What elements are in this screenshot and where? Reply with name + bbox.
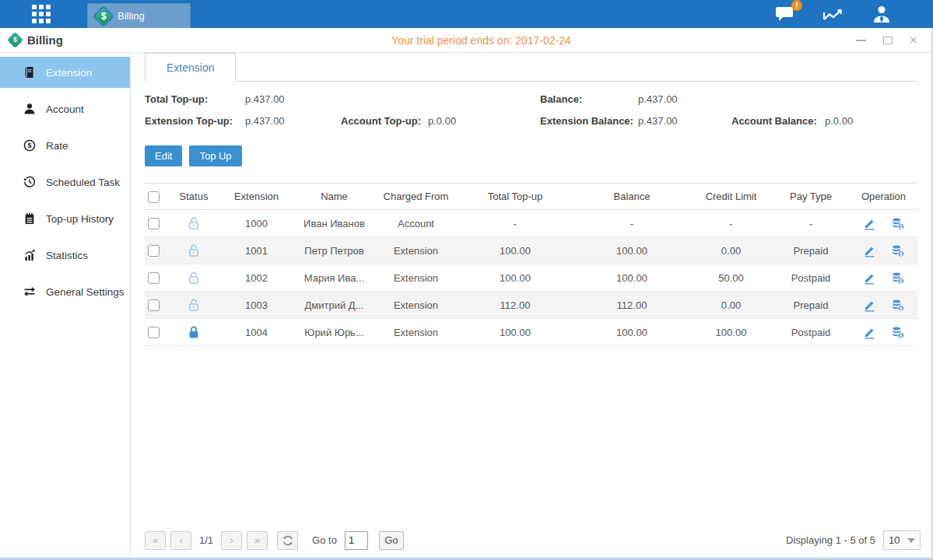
row-edit-icon[interactable] [861,215,879,231]
first-page-button[interactable] [145,531,166,550]
svg-text:$: $ [900,250,903,257]
cell-name: Дмитрий Д... [293,292,375,319]
person-icon [23,103,36,115]
column-header-extension: Extension [219,184,293,210]
app-launcher-grid-icon[interactable] [30,2,53,26]
extension-balance-value: p.437.00 [638,115,731,127]
taskbar-tab-label: Billing [118,10,145,22]
cell-charged-from: Extension [375,264,457,292]
account-topup-value: p.0.00 [428,115,540,127]
extension-balance-label: Extension Balance: [540,115,638,127]
row-edit-icon[interactable] [861,270,879,285]
edit-button[interactable]: Edit [145,145,182,166]
page-size-select[interactable]: 10 [883,530,921,550]
resource-monitor-icon[interactable] [821,4,846,24]
window-header: $ Billing Your trial period ends on: 201… [0,28,931,53]
account-balance-value: p.0.00 [825,115,917,127]
column-header-status: Status [168,184,219,210]
cell-total-topup: 100.00 [457,237,573,264]
sidebar-item-rate[interactable]: $ Rate [0,130,130,161]
notification-badge: ! [791,0,802,11]
window-body: Extension Account $ Rate Scheduled Task … [0,53,931,558]
sidebar-item-statistics[interactable]: Statistics [0,240,130,271]
sidebar-item-label: Statistics [46,250,88,261]
window-title: $ Billing [0,33,117,47]
row-checkbox[interactable] [148,272,160,284]
svg-text:$: $ [900,278,903,284]
total-topup-value: p.437.00 [245,93,341,105]
ledger-icon [23,66,36,79]
cell-credit-limit: - [690,210,772,237]
row-topup-icon[interactable]: $ [889,324,907,340]
refresh-button[interactable] [277,531,298,550]
cell-name: Иван Иванов [293,210,375,237]
svg-text:$: $ [900,305,903,311]
cell-charged-from: Account [375,210,457,237]
cell-credit-limit: 0.00 [690,292,772,319]
row-topup-icon[interactable]: $ [889,215,907,231]
last-page-button[interactable]: » [247,531,268,550]
window-title-text: Billing [27,33,63,47]
cell-pay-type: Postpaid [772,264,850,292]
sidebar-item-general-settings[interactable]: General Settings [0,276,130,307]
row-edit-icon[interactable] [861,297,879,313]
window-controls: × [846,35,931,46]
page-indicator: 1/1 [199,534,213,546]
cell-name: Петр Петров [293,237,375,264]
column-header-credit-limit: Credit Limit [690,184,772,210]
goto-page-input[interactable] [345,531,368,550]
sidebar-item-label: Scheduled Task [46,177,120,188]
account-topup-label: Account Top-up: [341,115,428,127]
table-header-row: Status Extension Name Charged From Total… [145,184,917,210]
prev-page-button[interactable] [170,531,191,550]
maximize-button[interactable] [883,35,893,46]
row-checkbox[interactable] [148,218,160,229]
sidebar-item-topup-history[interactable]: Top-up History [0,203,130,234]
table-row: 1000Иван ИвановAccount----$ [145,210,917,237]
row-topup-icon[interactable]: $ [889,270,907,285]
svg-text:$: $ [900,223,903,229]
close-button[interactable]: × [910,35,917,46]
row-topup-icon[interactable]: $ [889,243,907,258]
taskbar-tab-billing[interactable]: $ Billing [87,3,191,28]
refresh-icon [282,535,293,546]
billing-diamond-icon-small: $ [7,32,23,48]
svg-text:$: $ [27,142,31,149]
topbar-right: ! [773,4,933,24]
extension-topup-value: p.437.00 [245,115,341,127]
row-edit-icon[interactable] [861,324,879,340]
topup-button[interactable]: Top Up [189,145,241,166]
sidebar-item-account[interactable]: Account [0,93,130,124]
sidebar-item-scheduled-task[interactable]: Scheduled Task [0,166,130,198]
table-row: 1001Петр ПетровExtension100.00100.000.00… [145,237,917,264]
row-checkbox[interactable] [148,327,160,338]
user-account-icon[interactable] [869,4,894,24]
next-page-button[interactable]: › [221,531,242,550]
row-checkbox[interactable] [148,245,160,257]
cell-total-topup: 100.00 [457,319,573,346]
row-checkbox[interactable] [148,299,160,311]
cell-balance: 100.00 [573,319,690,346]
select-all-checkbox[interactable] [148,191,160,203]
balance-value: p.437.00 [638,93,731,105]
tab-extension[interactable]: Extension [145,53,236,82]
cell-credit-limit: 100.00 [690,319,772,346]
cell-total-topup: 112.00 [457,292,573,319]
column-header-total-topup: Total Top-up [457,184,573,210]
cell-extension: 1004 [219,319,293,346]
messages-icon[interactable]: ! [773,4,798,24]
sidebar-item-extension[interactable]: Extension [0,57,130,88]
cell-total-topup: 100.00 [457,264,573,292]
cell-pay-type: Prepaid [772,292,850,319]
table-row: 1004Юрий Юрь...Extension100.00100.00100.… [145,319,917,346]
row-edit-icon[interactable] [861,243,879,258]
sidebar-item-label: Account [46,103,84,115]
cell-total-topup: - [457,210,573,237]
go-button[interactable]: Go [379,531,404,550]
cell-balance: 112.00 [573,292,690,319]
lock-status-icon [187,298,201,310]
row-topup-icon[interactable]: $ [889,297,907,313]
main-content: Extension Total Top-up: p.437.00 Extensi… [131,53,931,558]
goto-label: Go to [312,534,337,546]
minimize-button[interactable] [856,35,866,46]
